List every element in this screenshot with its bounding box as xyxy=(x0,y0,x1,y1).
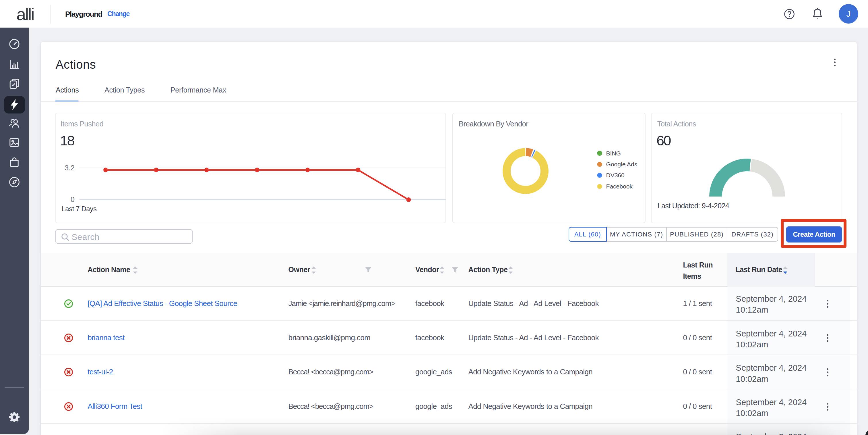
svg-text:0: 0 xyxy=(71,195,74,203)
svg-text:DV360: DV360 xyxy=(606,172,625,178)
svg-text:BING: BING xyxy=(606,150,621,156)
svg-text:Google Ads: Google Ads xyxy=(606,161,638,168)
svg-text:Facebook: Facebook xyxy=(606,183,633,190)
svg-text:3.2: 3.2 xyxy=(65,164,74,172)
